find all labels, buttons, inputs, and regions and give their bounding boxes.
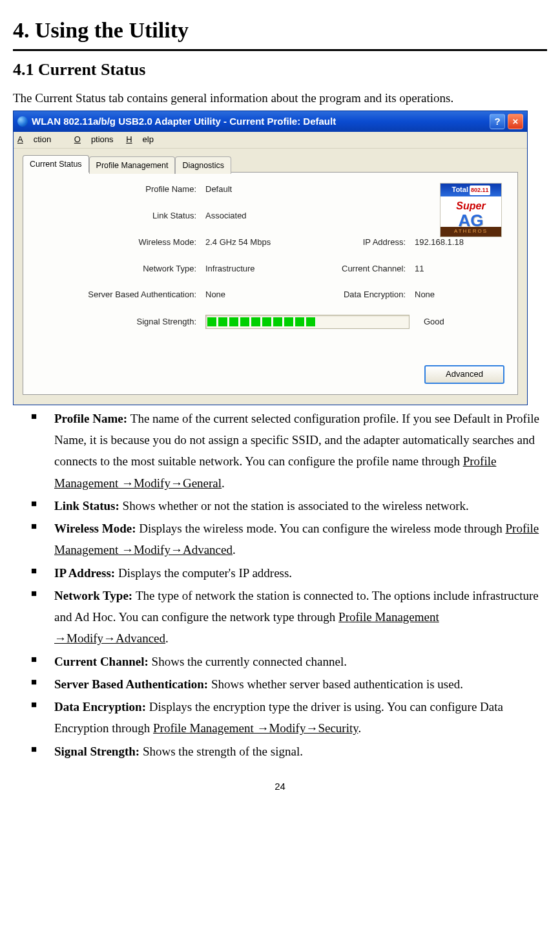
window-title: WLAN 802.11a/b/g USB2.0 Adapter Utility … bbox=[32, 114, 336, 129]
bullet-network-type: Network Type: The type of network the st… bbox=[31, 585, 547, 650]
signal-strength-bar bbox=[205, 315, 410, 329]
close-button[interactable]: × bbox=[508, 114, 523, 129]
bullet-link-status: Link Status: Shows whether or not the st… bbox=[31, 495, 547, 516]
menu-help[interactable]: Help bbox=[126, 134, 154, 144]
bullet-server-auth: Server Based Authentication: Shows wheth… bbox=[31, 673, 547, 695]
value-network-type: Infrastructure bbox=[205, 262, 322, 276]
atheros-logo: Total802.11 Super AG ATHEROS bbox=[440, 183, 502, 237]
value-current-channel: 11 bbox=[415, 262, 492, 276]
utility-window: WLAN 802.11a/b/g USB2.0 Adapter Utility … bbox=[13, 111, 528, 405]
label-ip-address: IP Address: bbox=[322, 236, 415, 249]
value-server-auth: None bbox=[205, 288, 322, 302]
label-server-auth: Server Based Authentication: bbox=[36, 288, 205, 302]
label-current-channel: Current Channel: bbox=[322, 262, 415, 276]
value-wireless-mode: 2.4 GHz 54 Mbps bbox=[205, 236, 322, 249]
value-ip-address: 192.168.1.18 bbox=[415, 236, 492, 249]
value-link-status: Associated bbox=[205, 209, 322, 223]
tabs: Current Status Profile Management Diagno… bbox=[23, 155, 518, 173]
label-network-type: Network Type: bbox=[36, 262, 205, 276]
heading-2: 4.1 Current Status bbox=[13, 56, 547, 83]
label-data-encryption: Data Encryption: bbox=[322, 288, 415, 302]
intro-text: The Current Status tab contains general … bbox=[13, 89, 547, 108]
app-icon bbox=[17, 116, 28, 127]
bullet-list: Profile Name: The name of the current se… bbox=[13, 408, 547, 762]
label-profile-name: Profile Name: bbox=[36, 183, 205, 196]
label-link-status: Link Status: bbox=[36, 209, 205, 223]
value-data-encryption: None bbox=[415, 288, 492, 302]
bullet-wireless-mode: Wireless Mode: Displays the wireless mod… bbox=[31, 518, 547, 561]
menu-action[interactable]: Action bbox=[17, 134, 61, 144]
titlebar: WLAN 802.11a/b/g USB2.0 Adapter Utility … bbox=[14, 111, 527, 132]
tab-pane: Total802.11 Super AG ATHEROS Profile Nam… bbox=[23, 172, 518, 395]
label-wireless-mode: Wireless Mode: bbox=[36, 236, 205, 249]
bullet-profile-name: Profile Name: The name of the current se… bbox=[31, 408, 547, 494]
menubar: Action Options Help bbox=[14, 132, 527, 149]
tab-diagnostics[interactable]: Diagnostics bbox=[175, 156, 231, 174]
label-signal-strength: Signal Strength: bbox=[36, 315, 205, 329]
bullet-current-channel: Current Channel: Shows the currently con… bbox=[31, 651, 547, 672]
value-signal-strength: Good bbox=[424, 315, 501, 329]
client-area: Current Status Profile Management Diagno… bbox=[14, 149, 527, 405]
tab-current-status[interactable]: Current Status bbox=[23, 155, 89, 173]
link-profile-security: Profile Management →Modify→Security bbox=[153, 721, 358, 735]
page-number: 24 bbox=[13, 779, 547, 794]
bullet-ip-address: IP Address: Displays the computer's IP a… bbox=[31, 562, 547, 584]
bullet-data-encryption: Data Encryption: Displays the encryption… bbox=[31, 696, 547, 739]
menu-options[interactable]: Options bbox=[74, 134, 114, 144]
help-button[interactable]: ? bbox=[490, 114, 505, 129]
heading-1: 4. Using the Utility bbox=[13, 13, 547, 51]
tab-profile-management[interactable]: Profile Management bbox=[89, 156, 176, 174]
advanced-button[interactable]: Advanced bbox=[424, 365, 504, 384]
value-profile-name: Default bbox=[205, 183, 322, 196]
bullet-signal-strength: Signal Strength: Shows the strength of t… bbox=[31, 741, 547, 762]
